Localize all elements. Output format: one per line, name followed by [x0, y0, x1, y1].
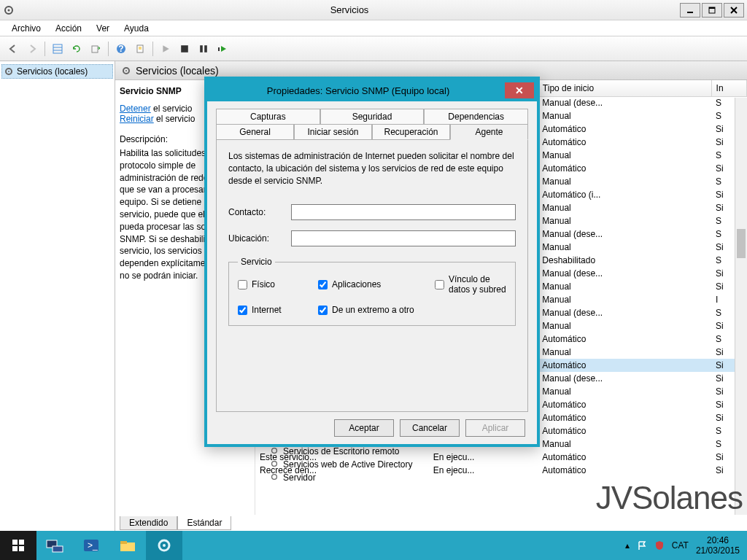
stop-text: el servicio — [151, 104, 193, 114]
svg-point-21 — [8, 71, 9, 72]
tab-recuperacion[interactable]: Recuperación — [372, 124, 450, 140]
stop-icon[interactable] — [176, 40, 193, 58]
svg-rect-29 — [12, 546, 18, 551]
svg-point-1 — [8, 9, 10, 11]
svg-rect-17 — [200, 45, 203, 52]
svg-rect-16 — [181, 45, 188, 52]
menu-archivo[interactable]: Archivo — [4, 22, 48, 35]
restart-icon[interactable] — [214, 40, 231, 58]
table-v-scrollbar[interactable] — [735, 98, 747, 515]
accept-button[interactable]: Aceptar — [334, 419, 394, 437]
list-item[interactable]: Servidor — [270, 471, 412, 484]
lang-indicator[interactable]: CAT — [672, 540, 689, 551]
close-button[interactable] — [724, 3, 744, 18]
servicio-fieldset: Servicio Físico Aplicaciones Vínculo de … — [228, 257, 516, 326]
tree-root-item[interactable]: Servicios (locales) — [1, 64, 113, 79]
taskbar-server-manager[interactable] — [36, 531, 73, 560]
grid-icon[interactable] — [49, 40, 66, 58]
taskbar: >_ ▴ CAT 20:46 21/03/2015 — [0, 531, 747, 560]
menu-ver[interactable]: Ver — [89, 22, 117, 35]
contacto-input[interactable] — [291, 204, 516, 220]
svg-rect-18 — [204, 45, 207, 52]
dialog-close-button[interactable]: ✕ — [505, 82, 534, 98]
chk-fisico[interactable]: Físico — [238, 279, 318, 289]
panel-title: Servicios (locales) — [136, 65, 219, 77]
svg-rect-32 — [53, 546, 63, 552]
refresh-icon[interactable] — [68, 40, 85, 58]
restart-link[interactable]: Reiniciar — [120, 114, 154, 124]
tab-iniciar[interactable]: Iniciar sesión — [294, 124, 372, 140]
gear-icon — [4, 66, 14, 77]
svg-point-23 — [125, 70, 127, 71]
taskbar-services[interactable] — [146, 531, 182, 560]
system-tray: ▴ CAT 20:46 21/03/2015 — [618, 531, 747, 560]
bottom-tabstrip: Extendido Estándar — [115, 515, 747, 531]
gear-icon — [121, 66, 131, 76]
export-icon[interactable] — [87, 40, 104, 58]
menu-accion[interactable]: Acción — [48, 22, 89, 35]
shield-icon[interactable] — [654, 540, 665, 551]
svg-point-26 — [272, 475, 277, 480]
minimize-button[interactable] — [680, 3, 700, 18]
tab-agente[interactable]: Agente — [450, 124, 528, 140]
stop-link[interactable]: Detener — [120, 104, 151, 114]
ubicacion-label: Ubicación: — [228, 233, 284, 244]
svg-rect-7 — [53, 44, 62, 53]
apply-button[interactable]: Aplicar — [465, 419, 525, 437]
restart-text: el servicio — [154, 114, 196, 124]
tab-seguridad[interactable]: Seguridad — [320, 109, 425, 124]
clock[interactable]: 20:46 21/03/2015 — [696, 535, 740, 556]
svg-rect-36 — [120, 541, 127, 544]
window-title: Servicios — [19, 4, 680, 15]
svg-rect-4 — [709, 7, 715, 9]
col-startup[interactable]: Tipo de inicio — [538, 80, 711, 96]
svg-rect-27 — [12, 540, 18, 545]
svg-text:>_: >_ — [88, 540, 98, 551]
chk-internet[interactable]: Internet — [238, 305, 318, 315]
list-item[interactable]: Servicios web de Active Directory — [270, 458, 412, 471]
clock-date: 21/03/2015 — [696, 545, 740, 556]
svg-point-38 — [163, 544, 166, 547]
play-icon[interactable] — [157, 40, 174, 58]
chk-aplicaciones[interactable]: Aplicaciones — [318, 279, 435, 289]
chk-vinculo[interactable]: Vínculo de datos y subred — [435, 274, 506, 295]
dialog-titlebar[interactable]: Propiedades: Servicio SNMP (Equipo local… — [207, 79, 537, 101]
taskbar-powershell[interactable]: >_ — [73, 531, 109, 560]
tray-up-icon[interactable]: ▴ — [625, 540, 630, 551]
clock-time: 20:46 — [696, 535, 740, 545]
svg-rect-30 — [19, 546, 24, 551]
tab-general[interactable]: General — [216, 124, 294, 140]
help-icon[interactable]: ? — [112, 40, 130, 58]
maximize-button[interactable] — [702, 3, 722, 18]
svg-rect-28 — [19, 540, 24, 545]
taskbar-explorer[interactable] — [109, 531, 146, 560]
tab-capturas[interactable]: Capturas — [216, 109, 320, 124]
pause-icon[interactable] — [195, 40, 212, 58]
tab-extended[interactable]: Extendido — [120, 516, 177, 530]
servicio-legend: Servicio — [238, 257, 275, 267]
tab-dependencias[interactable]: Dependencias — [424, 109, 528, 124]
chk-extremo[interactable]: De un extremo a otro — [318, 305, 435, 315]
col-logon[interactable]: In — [711, 80, 746, 96]
visible-service-rows: Servicios de Escritorio remoto Servicios… — [270, 445, 412, 484]
menubar: Archivo Acción Ver Ayuda — [0, 20, 747, 36]
tree-root-label: Servicios (locales) — [17, 66, 88, 77]
svg-point-25 — [272, 462, 277, 467]
menu-ayuda[interactable]: Ayuda — [117, 22, 156, 35]
properties-dialog: Propiedades: Servicio SNMP (Equipo local… — [204, 77, 540, 447]
tab-content-agente: Los sistemas de administración de Intern… — [216, 140, 528, 412]
toolbar: ? — [0, 36, 747, 61]
flag-icon[interactable] — [637, 540, 647, 551]
forward-icon[interactable] — [23, 40, 41, 58]
contacto-label: Contacto: — [228, 207, 284, 217]
svg-rect-19 — [218, 47, 220, 51]
ubicacion-input[interactable] — [291, 230, 516, 246]
properties-icon[interactable] — [131, 40, 149, 58]
tab-standard[interactable]: Estándar — [177, 516, 231, 530]
agent-explanation: Los sistemas de administración de Intern… — [228, 150, 516, 187]
svg-rect-10 — [92, 46, 98, 52]
cancel-button[interactable]: Cancelar — [400, 419, 460, 437]
back-icon[interactable] — [4, 40, 22, 58]
start-button[interactable] — [0, 531, 36, 560]
gear-icon — [3, 4, 15, 16]
